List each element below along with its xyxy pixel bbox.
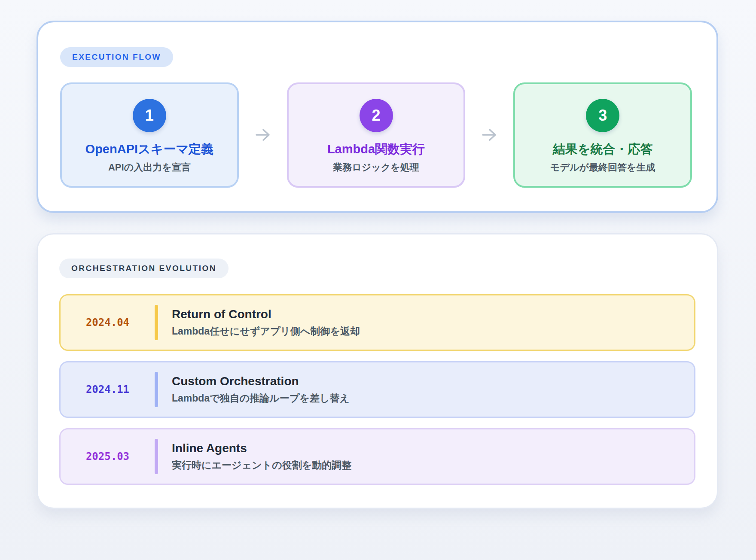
timeline-title: Custom Orchestration bbox=[172, 374, 350, 389]
timeline-accent-bar bbox=[155, 439, 158, 474]
timeline-title: Inline Agents bbox=[172, 441, 351, 456]
orchestration-evolution-card: ORCHESTRATION EVOLUTION 2024.04 Return o… bbox=[37, 233, 718, 509]
step-3-subtitle: モデルが最終回答を生成 bbox=[515, 161, 690, 174]
timeline-date: 2024.04 bbox=[61, 317, 155, 329]
arrow-right-icon bbox=[480, 125, 499, 144]
timeline-text: Custom Orchestration Lambdaで独自の推論ループを差し替… bbox=[158, 374, 350, 405]
flow-arrow-2 bbox=[465, 82, 513, 188]
step-1-subtitle: APIの入出力を宣言 bbox=[62, 161, 237, 174]
timeline-row-custom-orchestration: 2024.11 Custom Orchestration Lambdaで独自の推… bbox=[59, 361, 695, 418]
flow-steps: 1 OpenAPIスキーマ定義 APIの入出力を宣言 2 Lambda関数実行 … bbox=[60, 82, 692, 188]
evolution-timeline: 2024.04 Return of Control Lambda任せにせずアプリ… bbox=[59, 294, 695, 485]
step-1-number-badge: 1 bbox=[133, 99, 166, 132]
timeline-subtitle: Lambdaで独自の推論ループを差し替え bbox=[172, 392, 350, 405]
step-1-title: OpenAPIスキーマ定義 bbox=[62, 142, 237, 157]
execution-flow-badge: EXECUTION FLOW bbox=[60, 47, 173, 67]
step-3-title: 結果を統合・応答 bbox=[515, 142, 690, 157]
step-2-number-badge: 2 bbox=[360, 99, 393, 132]
timeline-text: Inline Agents 実行時にエージェントの役割を動的調整 bbox=[158, 441, 351, 472]
step-2-subtitle: 業務ロジックを処理 bbox=[289, 161, 464, 174]
step-3-number-badge: 3 bbox=[586, 99, 619, 132]
step-2-title: Lambda関数実行 bbox=[289, 142, 464, 157]
timeline-title: Return of Control bbox=[172, 307, 360, 322]
flow-step-3: 3 結果を統合・応答 モデルが最終回答を生成 bbox=[513, 82, 692, 188]
timeline-date: 2024.11 bbox=[61, 383, 155, 396]
timeline-date: 2025.03 bbox=[61, 450, 155, 463]
timeline-subtitle: 実行時にエージェントの役割を動的調整 bbox=[172, 459, 351, 472]
timeline-row-return-of-control: 2024.04 Return of Control Lambda任せにせずアプリ… bbox=[59, 294, 695, 351]
flow-arrow-1 bbox=[239, 82, 287, 188]
timeline-subtitle: Lambda任せにせずアプリ側へ制御を返却 bbox=[172, 325, 360, 338]
flow-step-2: 2 Lambda関数実行 業務ロジックを処理 bbox=[287, 82, 466, 188]
flow-step-1: 1 OpenAPIスキーマ定義 APIの入出力を宣言 bbox=[60, 82, 239, 188]
orchestration-evolution-badge: ORCHESTRATION EVOLUTION bbox=[59, 259, 229, 278]
arrow-right-icon bbox=[253, 125, 272, 144]
timeline-accent-bar bbox=[155, 305, 158, 340]
timeline-row-inline-agents: 2025.03 Inline Agents 実行時にエージェントの役割を動的調整 bbox=[59, 428, 695, 485]
timeline-accent-bar bbox=[155, 372, 158, 407]
timeline-text: Return of Control Lambda任せにせずアプリ側へ制御を返却 bbox=[158, 307, 360, 338]
execution-flow-card: EXECUTION FLOW 1 OpenAPIスキーマ定義 APIの入出力を宣… bbox=[37, 21, 718, 213]
